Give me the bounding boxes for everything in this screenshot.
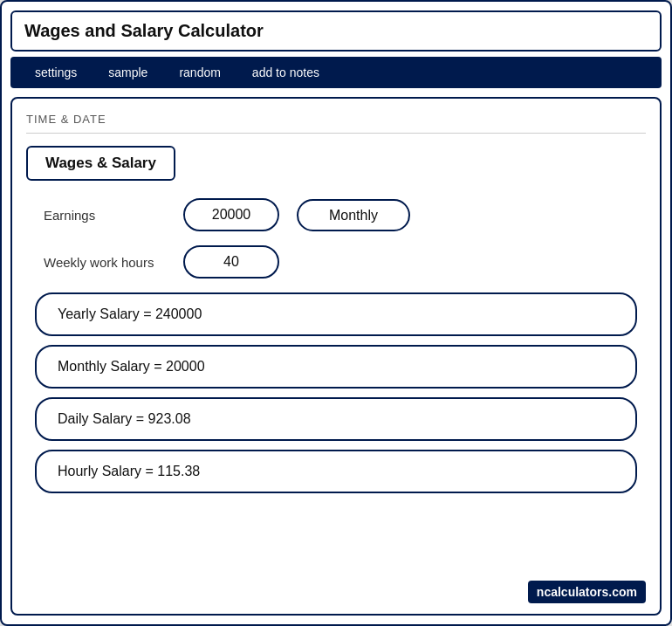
title-bar: Wages and Salary Calculator <box>10 10 662 52</box>
app-title: Wages and Salary Calculator <box>24 21 264 40</box>
add-to-notes-button[interactable]: add to notes <box>237 57 335 88</box>
results-section: Yearly Salary = 240000 Monthly Salary = … <box>26 292 646 493</box>
daily-salary-result: Daily Salary = 923.08 <box>35 397 637 441</box>
earnings-row: Earnings Hourly Daily Weekly Monthly Yea… <box>26 198 646 231</box>
earnings-label: Earnings <box>44 206 183 224</box>
random-button[interactable]: random <box>163 57 236 88</box>
weekly-hours-label: Weekly work hours <box>44 253 183 272</box>
sample-button[interactable]: sample <box>93 57 163 88</box>
weekly-hours-input[interactable] <box>183 245 279 279</box>
monthly-salary-result: Monthly Salary = 20000 <box>35 345 637 389</box>
main-content: TIME & DATE Wages & Salary Earnings Hour… <box>10 97 662 616</box>
watermark: ncalculators.com <box>528 581 646 603</box>
settings-button[interactable]: settings <box>19 57 93 88</box>
toolbar: settings sample random add to notes <box>10 57 662 88</box>
earnings-input[interactable] <box>183 198 279 231</box>
group-title: Wages & Salary <box>26 146 175 181</box>
section-label: TIME & DATE <box>26 113 646 134</box>
calculator-container: Wages and Salary Calculator settings sam… <box>0 0 672 626</box>
hourly-salary-result: Hourly Salary = 115.38 <box>35 450 637 493</box>
period-select[interactable]: Hourly Daily Weekly Monthly Yearly <box>297 199 410 231</box>
weekly-hours-row: Weekly work hours <box>26 245 646 279</box>
yearly-salary-result: Yearly Salary = 240000 <box>35 292 637 336</box>
